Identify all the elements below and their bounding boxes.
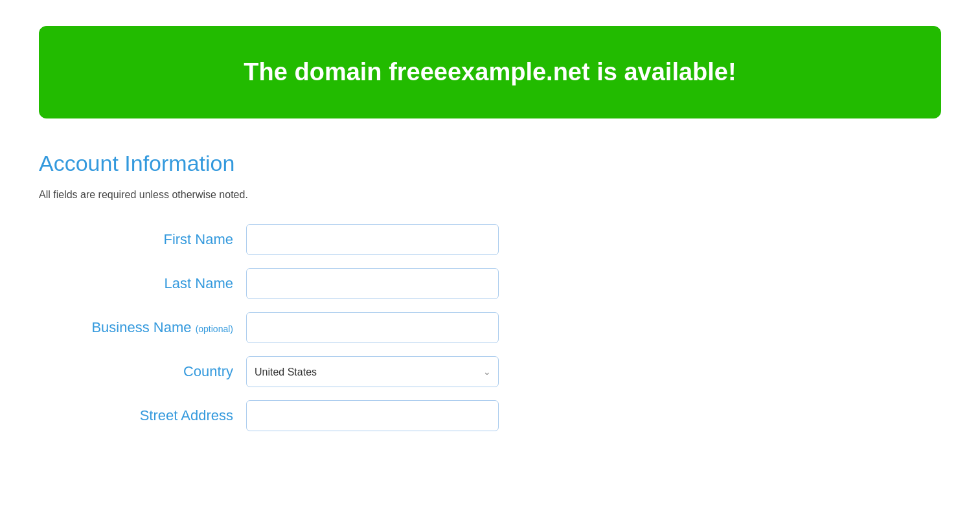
business-name-row: Business Name (optional) xyxy=(39,312,941,343)
first-name-label: First Name xyxy=(39,231,246,248)
country-select-wrapper: United States Canada United Kingdom Aust… xyxy=(246,356,499,387)
street-address-row: Street Address xyxy=(39,400,941,431)
country-label: Country xyxy=(39,363,246,380)
required-note: All fields are required unless otherwise… xyxy=(39,189,941,201)
availability-banner: The domain freeeexample.net is available… xyxy=(39,26,941,118)
account-form: First Name Last Name Business Name (opti… xyxy=(39,224,941,444)
last-name-row: Last Name xyxy=(39,268,941,299)
business-name-input[interactable] xyxy=(246,312,499,343)
section-title: Account Information xyxy=(39,151,941,176)
country-select[interactable]: United States Canada United Kingdom Aust… xyxy=(246,356,499,387)
street-address-label: Street Address xyxy=(39,407,246,424)
optional-tag: (optional) xyxy=(196,324,233,334)
first-name-input[interactable] xyxy=(246,224,499,255)
main-content: Account Information All fields are requi… xyxy=(0,118,980,470)
country-row: Country United States Canada United King… xyxy=(39,356,941,387)
banner-text: The domain freeeexample.net is available… xyxy=(244,58,736,85)
business-name-label: Business Name (optional) xyxy=(39,319,246,336)
last-name-input[interactable] xyxy=(246,268,499,299)
last-name-label: Last Name xyxy=(39,275,246,292)
street-address-input[interactable] xyxy=(246,400,499,431)
first-name-row: First Name xyxy=(39,224,941,255)
